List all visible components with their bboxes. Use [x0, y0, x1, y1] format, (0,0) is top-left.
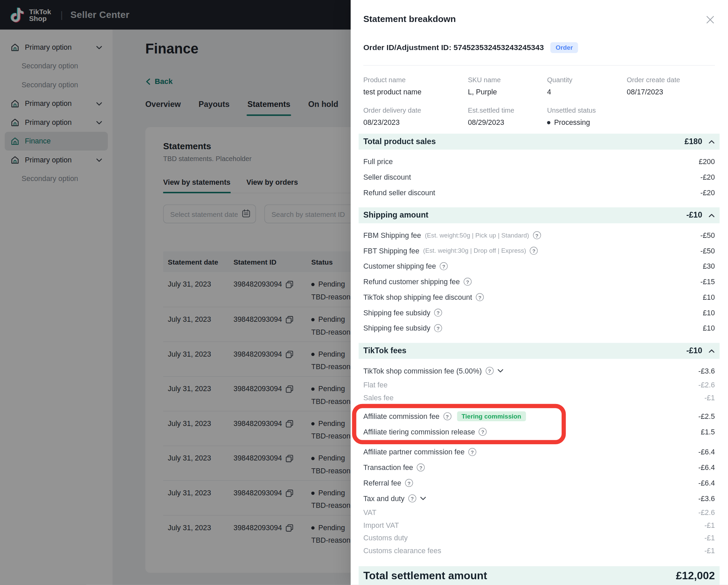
help-icon[interactable]: ?: [434, 324, 442, 332]
app-root: TikTok Shop | Seller Center Primary opti…: [0, 0, 728, 585]
fee-label: Affiliate tiering commission release: [363, 428, 475, 436]
fee-row-left: Referral fee?: [363, 479, 413, 487]
fee-row-referral-fee: Referral fee?-£6.4: [363, 475, 715, 491]
fee-value: -£1: [704, 534, 715, 542]
section-header-shipping-amount[interactable]: Shipping amount-£10: [359, 207, 720, 223]
section-amount-group: -£10: [686, 346, 715, 356]
detail-value-text: 08/17/2023: [627, 88, 663, 96]
help-icon[interactable]: ?: [443, 412, 451, 421]
section-header-tiktok-fees[interactable]: TikTok fees-£10: [359, 343, 720, 359]
fee-row-shipping-fee-subsidy: Shipping fee subsidy?£10: [363, 305, 715, 320]
fee-row-left: VAT: [363, 508, 376, 517]
detail-value-text: test product name: [363, 88, 421, 96]
fee-value: -£6.4: [698, 448, 715, 456]
fee-row-customs-duty: Customs duty-£1: [363, 532, 715, 544]
fee-row-left: TikTok shop shipping fee discount?: [363, 293, 484, 301]
fee-row-shipping-fee-subsidy: Shipping fee subsidy?£10: [363, 320, 715, 336]
detail-label: SKU name: [468, 76, 547, 84]
fee-row-tiktok-shop-shipping-fee-discount: TikTok shop shipping fee discount?£10: [363, 289, 715, 305]
fee-row-customs-clearance-fees: Customs clearance fees-£1: [363, 544, 715, 557]
fee-label: TikTok shop commission fee (5.00%): [363, 366, 482, 375]
fee-label: VAT: [363, 508, 376, 517]
detail-label: Est.settled time: [468, 107, 547, 114]
close-icon[interactable]: [706, 15, 715, 24]
fee-value: -£1: [704, 393, 715, 402]
detail-value-text: 08/23/2023: [363, 118, 400, 127]
detail-value-text: 08/29/2023: [468, 118, 504, 127]
help-icon[interactable]: ?: [434, 309, 442, 317]
help-icon[interactable]: ?: [417, 464, 425, 472]
fee-row-left: Affiliate partner commission fee?: [363, 448, 476, 456]
help-icon[interactable]: ?: [486, 367, 494, 375]
fee-label: Affiliate partner commission fee: [363, 448, 464, 456]
fee-row-tax-and-duty: Tax and duty?-£3.6: [363, 491, 715, 506]
fee-row-left: Shipping fee subsidy?: [363, 309, 442, 317]
fee-row-sales-fee: Sales fee-£1: [363, 391, 715, 404]
fee-label: Customs clearance fees: [363, 546, 441, 555]
detail-label: Quantity: [547, 76, 627, 84]
fee-sections: Total product sales£180Full price£200Sel…: [363, 134, 715, 557]
fee-label: Full price: [363, 157, 393, 166]
fee-label: Seller discount: [363, 173, 411, 181]
fee-label: Refund customer shipping fee: [363, 277, 460, 286]
fee-row-left: Customs duty: [363, 534, 407, 542]
fee-row-left: Customs clearance fees: [363, 546, 441, 555]
chevron-down-icon[interactable]: [497, 369, 503, 373]
detail-value-text: L, Purple: [468, 88, 497, 96]
fee-value: £10: [703, 309, 715, 317]
help-icon[interactable]: ?: [530, 247, 538, 255]
fee-label: FBM Shipping fee: [363, 231, 421, 240]
fee-row-refund-seller-discount: Refund seller discount-£20: [363, 185, 715, 200]
fee-label: FBT Shipping fee: [363, 247, 419, 255]
section-title: Total product sales: [363, 137, 436, 147]
fee-row-left: Customer shipping fee?: [363, 262, 448, 270]
detail-value: 08/29/2023: [468, 118, 547, 127]
help-icon[interactable]: ?: [464, 278, 472, 286]
fee-value: -£20: [700, 188, 715, 197]
help-icon[interactable]: ?: [533, 231, 541, 239]
detail-value: 08/23/2023: [363, 118, 468, 127]
help-icon[interactable]: ?: [468, 448, 476, 456]
fee-row-affiliate-tiering-commission-release: Affiliate tiering commission release?£1.…: [363, 424, 715, 440]
fee-value: -£50: [700, 231, 715, 240]
fee-label: Refund seller discount: [363, 188, 435, 197]
status-dot: [547, 121, 550, 124]
fee-value: £1.5: [701, 428, 715, 436]
detail-product-name: Product nametest product name: [363, 76, 468, 96]
detail-label: Order create date: [627, 76, 715, 84]
help-icon[interactable]: ?: [440, 262, 448, 270]
order-type-badge: Order: [550, 42, 578, 53]
detail-unsettled-status: Unsettled statusProcessing: [547, 107, 627, 127]
section-title: TikTok fees: [363, 346, 406, 356]
fee-value: -£2.6: [698, 381, 715, 389]
detail-est-settled-time: Est.settled time08/29/2023: [468, 107, 547, 127]
fee-value: -£50: [700, 247, 715, 255]
chevron-down-icon[interactable]: [420, 496, 426, 500]
help-icon[interactable]: ?: [405, 479, 413, 487]
fee-row-affiliate-commission-fee: Affiliate commission fee?Tiering commiss…: [363, 409, 715, 424]
fee-label: Customer shipping fee: [363, 262, 436, 270]
order-id-text: Order ID/Adjustment ID: 5745235324532432…: [363, 43, 544, 52]
total-settlement-label: Total settlement amount: [363, 569, 487, 582]
chevron-up-icon[interactable]: [708, 213, 715, 217]
fee-row-left: Refund customer shipping fee?: [363, 277, 471, 286]
section-header-total-product-sales[interactable]: Total product sales£180: [359, 134, 720, 150]
fee-label: Flat fee: [363, 381, 388, 389]
chevron-up-icon[interactable]: [708, 139, 715, 143]
fee-row-left: FBM Shipping fee(Est. weight:50g | Pick …: [363, 231, 541, 240]
detail-label: Product name: [363, 76, 468, 84]
order-details-grid: Product nametest product nameSKU nameL, …: [363, 76, 715, 127]
fee-row-full-price: Full price£200: [363, 154, 715, 170]
help-icon[interactable]: ?: [479, 428, 487, 436]
fee-row-import-vat: Import VAT-£1: [363, 519, 715, 531]
help-icon[interactable]: ?: [476, 293, 484, 301]
fee-label: Sales fee: [363, 393, 394, 402]
statement-breakdown-drawer: Statement breakdown Order ID/Adjustment …: [351, 0, 728, 585]
help-icon[interactable]: ?: [408, 494, 416, 502]
fee-note: (Est. weight:30g | Drop off | Express): [423, 247, 526, 254]
chevron-up-icon[interactable]: [708, 349, 715, 353]
detail-sku-name: SKU nameL, Purple: [468, 76, 547, 96]
fee-label: TikTok shop shipping fee discount: [363, 293, 472, 301]
fee-value: -£2.6: [698, 508, 715, 517]
fee-row-tiktok-shop-commission-fee-5-00: TikTok shop commission fee (5.00%)?-£3.6: [363, 363, 715, 379]
